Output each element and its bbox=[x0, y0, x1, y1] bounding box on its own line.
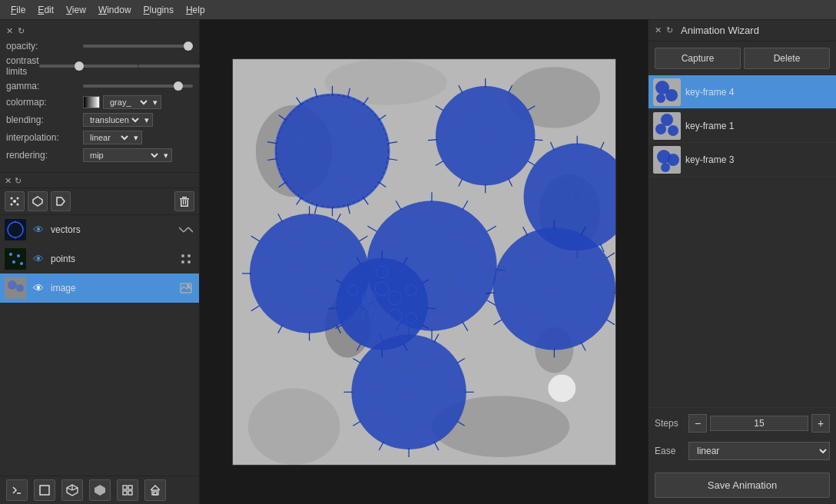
properties-panel: ✕ ↻ opacity: contrast limits gamm bbox=[0, 20, 199, 173]
delete-layer-btn[interactable] bbox=[174, 191, 194, 211]
terminal-btn[interactable] bbox=[6, 479, 28, 501]
svg-line-19 bbox=[188, 227, 193, 232]
steps-plus-btn[interactable]: + bbox=[811, 414, 830, 433]
contrast-low-slider[interactable] bbox=[39, 65, 138, 68]
canvas-container[interactable] bbox=[232, 58, 616, 466]
label-tool-btn[interactable] bbox=[51, 191, 71, 211]
layer-item-vectors[interactable]: 👁 vectors bbox=[0, 215, 199, 244]
svg-line-18 bbox=[184, 227, 188, 232]
svg-point-52 bbox=[247, 388, 340, 465]
svg-point-4 bbox=[17, 204, 19, 206]
layer-item-points[interactable]: 👁 points bbox=[0, 244, 199, 274]
delete-btn[interactable]: Delete bbox=[744, 48, 830, 69]
keyframes-list: key-frame 4 key-frame 1 bbox=[649, 75, 836, 407]
menu-plugins[interactable]: Plugins bbox=[138, 3, 180, 17]
colormap-select-box[interactable]: gray_ viridis plasma ▾ bbox=[103, 95, 161, 109]
menu-view[interactable]: View bbox=[60, 3, 92, 17]
gamma-slider[interactable] bbox=[83, 85, 193, 88]
layer-type-vectors-icon bbox=[177, 221, 194, 238]
svg-rect-45 bbox=[152, 490, 158, 495]
rendering-control: mip attenuated_mip average ▾ bbox=[83, 148, 193, 162]
svg-point-261 bbox=[668, 125, 678, 136]
save-animation-btn[interactable]: Save Animation bbox=[655, 472, 830, 498]
svg-point-264 bbox=[667, 154, 679, 166]
svg-point-33 bbox=[187, 285, 190, 287]
animation-close[interactable]: ✕ bbox=[655, 25, 662, 35]
layer-name-vectors: vectors bbox=[51, 224, 173, 235]
keyframe-name-4: key-frame 4 bbox=[685, 87, 734, 98]
main-area: ✕ ↻ opacity: contrast limits gamm bbox=[0, 20, 836, 504]
colormap-label: colormap: bbox=[6, 97, 83, 108]
keyframe-item-1[interactable]: key-frame 1 bbox=[649, 109, 836, 143]
ease-select[interactable]: linear ease-in ease-out ease-in-out bbox=[688, 442, 830, 460]
interpolation-select-box[interactable]: linear nearest ▾ bbox=[83, 131, 142, 144]
layers-panel: ✕ ↻ bbox=[0, 173, 199, 504]
animation-refresh[interactable]: ↻ bbox=[666, 25, 673, 35]
layer-item-image[interactable]: 👁 image bbox=[0, 274, 199, 303]
canvas-area bbox=[200, 20, 648, 504]
blending-label: blending: bbox=[6, 114, 83, 125]
colormap-select[interactable]: gray_ viridis plasma bbox=[107, 97, 150, 108]
opacity-slider[interactable] bbox=[83, 45, 193, 48]
svg-point-231 bbox=[336, 258, 428, 350]
menu-window[interactable]: Window bbox=[92, 3, 138, 17]
interpolation-dropdown-icon: ▾ bbox=[134, 133, 138, 143]
properties-header: ✕ ↻ bbox=[6, 26, 193, 36]
layers-close[interactable]: ✕ bbox=[5, 176, 12, 186]
layer-type-points-icon bbox=[177, 250, 194, 267]
svg-rect-12 bbox=[185, 200, 186, 204]
svg-rect-46 bbox=[154, 492, 157, 495]
steps-label: Steps bbox=[655, 418, 685, 429]
svg-point-256 bbox=[665, 89, 678, 101]
svg-point-257 bbox=[656, 94, 665, 103]
layer-eye-vectors[interactable]: 👁 bbox=[31, 222, 46, 237]
main-canvas bbox=[233, 59, 615, 465]
layer-type-image-icon bbox=[177, 280, 194, 297]
properties-refresh[interactable]: ↻ bbox=[18, 26, 25, 36]
layer-thumb-vectors bbox=[5, 219, 26, 240]
svg-marker-5 bbox=[33, 197, 42, 206]
svg-rect-35 bbox=[40, 486, 49, 495]
layer-eye-points[interactable]: 👁 bbox=[31, 251, 46, 267]
rendering-select[interactable]: mip attenuated_mip average bbox=[87, 150, 161, 161]
layer-thumb-image bbox=[5, 277, 26, 299]
layer-thumb-points bbox=[5, 248, 26, 270]
blending-select[interactable]: translucen additive opaque bbox=[87, 114, 141, 125]
svg-point-24 bbox=[20, 262, 23, 265]
grid-btn[interactable] bbox=[117, 479, 138, 501]
blending-row: blending: translucen additive opaque ▾ bbox=[6, 113, 193, 127]
svg-line-39 bbox=[67, 488, 72, 490]
rendering-select-box[interactable]: mip attenuated_mip average ▾ bbox=[83, 148, 172, 162]
opacity-label: opacity: bbox=[6, 41, 83, 51]
home-btn[interactable] bbox=[144, 479, 166, 501]
steps-minus-btn[interactable]: − bbox=[688, 414, 707, 433]
keyframe-item-4[interactable]: key-frame 4 bbox=[649, 75, 836, 109]
polygon-tool-btn[interactable] bbox=[28, 191, 48, 211]
opacity-row: opacity: bbox=[6, 41, 193, 51]
blending-select-box[interactable]: translucen additive opaque ▾ bbox=[83, 113, 153, 127]
svg-rect-7 bbox=[182, 197, 187, 198]
keyframe-name-1: key-frame 1 bbox=[685, 121, 734, 131]
svg-point-56 bbox=[548, 374, 576, 402]
steps-value: 15 bbox=[710, 416, 808, 431]
menu-file[interactable]: File bbox=[5, 3, 32, 17]
square-btn[interactable] bbox=[34, 479, 55, 501]
capture-btn[interactable]: Capture bbox=[655, 48, 741, 69]
cube-outline-btn[interactable] bbox=[61, 479, 83, 501]
keyframe-item-3[interactable]: key-frame 3 bbox=[649, 143, 836, 177]
select-tool-btn[interactable] bbox=[5, 191, 25, 211]
layers-refresh[interactable]: ↻ bbox=[15, 176, 22, 186]
properties-close[interactable]: ✕ bbox=[6, 26, 13, 36]
layer-name-points: points bbox=[51, 254, 173, 264]
menu-edit[interactable]: Edit bbox=[32, 3, 60, 17]
interpolation-select[interactable]: linear nearest bbox=[87, 132, 131, 143]
svg-point-30 bbox=[8, 280, 17, 290]
animation-wizard-panel: ✕ ↻ Animation Wizard Capture Delete key- bbox=[648, 20, 836, 504]
menu-help[interactable]: Help bbox=[180, 3, 211, 17]
svg-rect-10 bbox=[181, 206, 188, 207]
svg-point-23 bbox=[12, 260, 15, 264]
bottom-toolbar bbox=[0, 476, 199, 504]
layer-eye-image[interactable]: 👁 bbox=[31, 280, 46, 296]
contrast-row: contrast limits bbox=[6, 55, 193, 77]
cube-solid-btn[interactable] bbox=[89, 479, 111, 501]
